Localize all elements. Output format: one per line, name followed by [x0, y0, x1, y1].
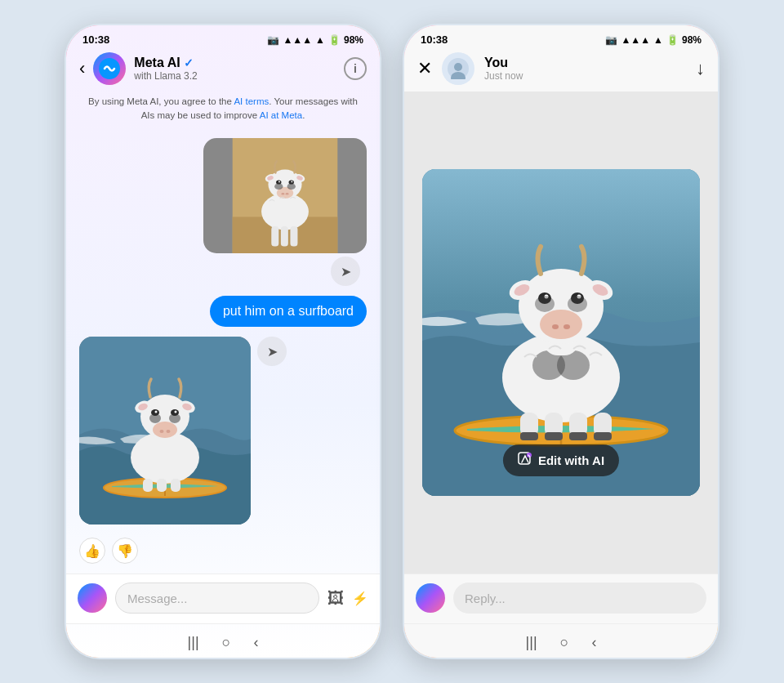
signal-icon: ▲▲▲	[283, 34, 312, 46]
user-message-bubble: put him on a surfboard	[210, 296, 367, 327]
chat-area: ➤ put him on a surfboard	[66, 132, 380, 574]
svg-point-11	[291, 181, 292, 182]
svg-point-7	[286, 192, 289, 194]
user-message-text: put him on a surfboard	[223, 304, 354, 318]
svg-point-56	[540, 310, 582, 339]
svg-point-6	[281, 192, 284, 194]
meta-ai-subtitle: with Llama 3.2	[134, 70, 336, 82]
svg-point-20	[287, 183, 296, 190]
svg-point-67	[535, 296, 555, 312]
right-image-area: Edit with AI	[404, 92, 718, 574]
svg-point-57	[552, 324, 559, 329]
svg-point-38	[149, 413, 161, 423]
home-indicator-left: ||| ○ ‹	[66, 623, 380, 658]
battery-level-right: 98%	[682, 34, 702, 46]
svg-rect-18	[290, 226, 297, 246]
reaction-bar: 👍 👎	[79, 534, 367, 567]
camera-status-icon-right: 📷	[605, 34, 617, 46]
svg-rect-42	[171, 479, 180, 492]
svg-point-58	[564, 324, 570, 329]
svg-rect-40	[143, 479, 153, 492]
ai-terms-link[interactable]: AI terms	[234, 96, 269, 106]
message-input-bar: Message... 🖼 ⚡	[66, 574, 380, 623]
svg-point-78	[527, 453, 532, 458]
svg-point-25	[131, 431, 199, 484]
home-nav-button-right[interactable]: ○	[560, 634, 569, 651]
ai-at-meta-link[interactable]: AI at Meta	[260, 110, 302, 120]
svg-point-33	[175, 411, 177, 413]
right-input-bar: Reply...	[404, 574, 718, 623]
svg-rect-16	[271, 226, 278, 246]
battery-icon-right: 🔋	[666, 34, 679, 46]
you-avatar	[442, 52, 474, 85]
meta-ai-avatar	[93, 52, 126, 85]
reply-input-field[interactable]: Reply...	[453, 583, 706, 614]
verified-badge: ✓	[184, 56, 194, 69]
svg-point-68	[568, 296, 587, 312]
edit-with-ai-label: Edit with AI	[538, 453, 604, 467]
back-button[interactable]: ‹	[79, 58, 85, 79]
thumbs-up-button[interactable]: 👍	[79, 538, 105, 564]
battery-icon: 🔋	[328, 34, 341, 46]
svg-rect-75	[569, 432, 587, 440]
menu-nav-button-right[interactable]: |||	[526, 634, 537, 651]
thumbs-down-button[interactable]: 👎	[112, 538, 138, 564]
wifi-icon-right: ▲	[653, 34, 663, 46]
svg-point-28	[160, 430, 164, 433]
right-input-avatar	[416, 583, 445, 613]
large-surfboard-goat-image[interactable]: Edit with AI	[422, 169, 700, 496]
reply-placeholder: Reply...	[465, 591, 506, 605]
camera-status-icon: 📷	[267, 34, 279, 46]
time-left: 10:38	[82, 33, 109, 46]
ai-surfboard-goat-image[interactable]	[79, 337, 251, 525]
right-phone: 10:38 📷 ▲▲▲ ▲ 🔋 98% ✕ You Just now	[402, 23, 720, 660]
wifi-icon: ▲	[315, 34, 325, 46]
status-bar-left: 10:38 📷 ▲▲▲ ▲ 🔋 98%	[66, 25, 380, 49]
status-bar-right: 10:38 📷 ▲▲▲ ▲ 🔋 98%	[404, 25, 718, 49]
svg-point-19	[274, 183, 283, 190]
nav-bar-left: ‹ Meta AI ✓	[66, 49, 380, 92]
ai-response-row: ➤	[79, 337, 367, 525]
svg-point-27	[153, 422, 177, 438]
message-placeholder: Message...	[127, 591, 187, 605]
meta-ai-name: Meta AI	[134, 56, 180, 70]
menu-nav-button[interactable]: |||	[188, 634, 199, 651]
meta-ai-title-area: Meta AI ✓ with Llama 3.2	[134, 56, 336, 82]
svg-rect-17	[281, 226, 288, 246]
you-time: Just now	[484, 70, 686, 82]
svg-rect-73	[520, 432, 538, 440]
voice-button[interactable]: ⚡	[352, 591, 368, 606]
message-input-field[interactable]: Message...	[115, 583, 319, 614]
edit-icon	[518, 452, 532, 469]
left-phone: 10:38 📷 ▲▲▲ ▲ 🔋 98% ‹	[64, 23, 382, 660]
svg-point-44	[454, 63, 462, 71]
svg-rect-76	[594, 432, 612, 440]
you-title-area: You Just now	[484, 56, 686, 82]
image-picker-button[interactable]: 🖼	[327, 589, 344, 608]
battery-level-left: 98%	[344, 34, 363, 46]
home-nav-button[interactable]: ○	[222, 634, 231, 651]
svg-rect-41	[157, 479, 167, 492]
input-avatar	[78, 583, 107, 613]
svg-point-29	[167, 430, 171, 433]
back-nav-button-right[interactable]: ‹	[591, 634, 596, 651]
goat-land-image-bubble[interactable]	[203, 138, 367, 254]
download-button[interactable]: ↓	[696, 58, 705, 79]
send-icon: ➤	[331, 257, 360, 286]
signal-icon-right: ▲▲▲	[621, 34, 650, 46]
ai-send-icon: ➤	[257, 337, 287, 366]
svg-point-39	[169, 413, 180, 423]
back-nav-button[interactable]: ‹	[253, 634, 258, 651]
disclaimer-text: By using Meta AI, you agree to the AI te…	[66, 92, 380, 132]
close-button[interactable]: ✕	[417, 58, 432, 79]
time-right: 10:38	[421, 33, 448, 46]
home-indicator-right: ||| ○ ‹	[404, 623, 718, 658]
svg-point-10	[278, 181, 280, 182]
svg-point-32	[155, 411, 158, 413]
you-name: You	[484, 56, 686, 70]
nav-bar-right: ✕ You Just now ↓	[404, 49, 718, 92]
svg-rect-74	[545, 432, 563, 440]
edit-with-ai-button[interactable]: Edit with AI	[503, 444, 619, 476]
info-button[interactable]: i	[344, 57, 367, 80]
